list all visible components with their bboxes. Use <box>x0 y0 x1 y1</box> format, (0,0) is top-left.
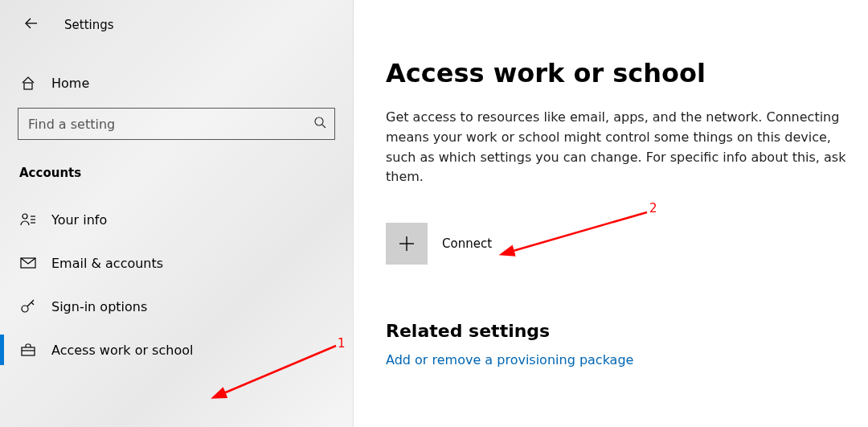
svg-point-2 <box>315 117 323 125</box>
back-button[interactable] <box>19 13 43 37</box>
search-icon <box>313 116 326 132</box>
svg-line-3 <box>322 125 326 128</box>
connect-button[interactable]: Connect <box>386 223 860 265</box>
app-title: Settings <box>64 18 114 32</box>
svg-point-4 <box>23 214 27 219</box>
home-nav-item[interactable]: Home <box>0 64 353 101</box>
page-heading: Access work or school <box>386 58 860 88</box>
nav-item-email-accounts[interactable]: Email & accounts <box>0 241 353 285</box>
titlebar: Settings <box>0 13 353 47</box>
person-icon <box>19 211 37 228</box>
svg-rect-1 <box>24 83 32 89</box>
home-label: Home <box>51 76 89 91</box>
nav-label: Access work or school <box>51 343 193 358</box>
svg-line-11 <box>31 302 34 305</box>
mail-icon <box>19 254 37 272</box>
nav-label: Sign-in options <box>51 299 147 314</box>
svg-point-9 <box>22 306 28 312</box>
svg-rect-12 <box>22 347 35 355</box>
provisioning-package-link[interactable]: Add or remove a provisioning package <box>386 352 860 367</box>
related-settings-heading: Related settings <box>386 321 860 341</box>
nav-item-your-info[interactable]: Your info <box>0 198 353 241</box>
nav-item-access-work-school[interactable]: Access work or school <box>0 328 353 372</box>
settings-sidebar: Settings Home Accounts <box>0 0 354 427</box>
home-icon <box>19 74 37 92</box>
search-box[interactable] <box>18 108 335 140</box>
page-description: Get access to resources like email, apps… <box>386 108 860 187</box>
plus-icon <box>386 223 428 265</box>
connect-label: Connect <box>442 236 492 251</box>
search-input[interactable] <box>28 117 313 132</box>
nav-list: Your info Email & accounts Sign-in optio… <box>0 198 353 372</box>
nav-item-sign-in-options[interactable]: Sign-in options <box>0 285 353 328</box>
briefcase-icon <box>19 341 37 359</box>
back-arrow-icon <box>23 15 39 35</box>
nav-label: Your info <box>51 212 107 228</box>
nav-label: Email & accounts <box>51 256 163 271</box>
key-icon <box>19 298 37 315</box>
category-header: Accounts <box>0 154 353 193</box>
main-content: Access work or school Get access to reso… <box>354 0 868 427</box>
